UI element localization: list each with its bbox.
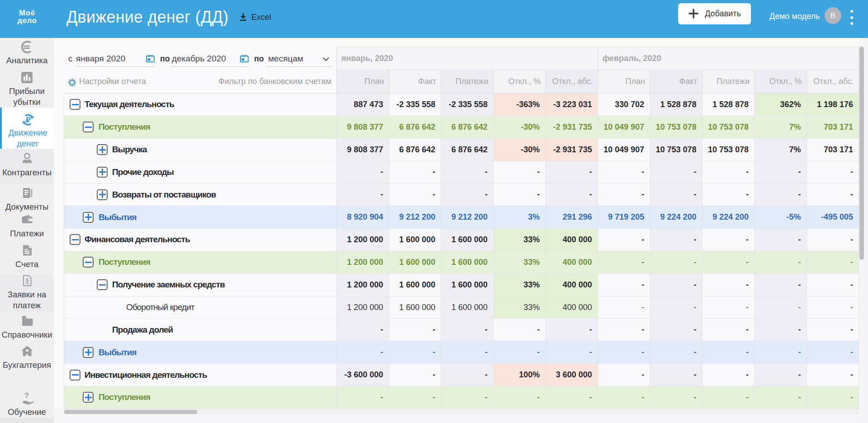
svg-text:?: ? xyxy=(24,391,28,400)
svg-text:$: $ xyxy=(25,277,28,283)
svg-text:₽: ₽ xyxy=(25,116,30,124)
